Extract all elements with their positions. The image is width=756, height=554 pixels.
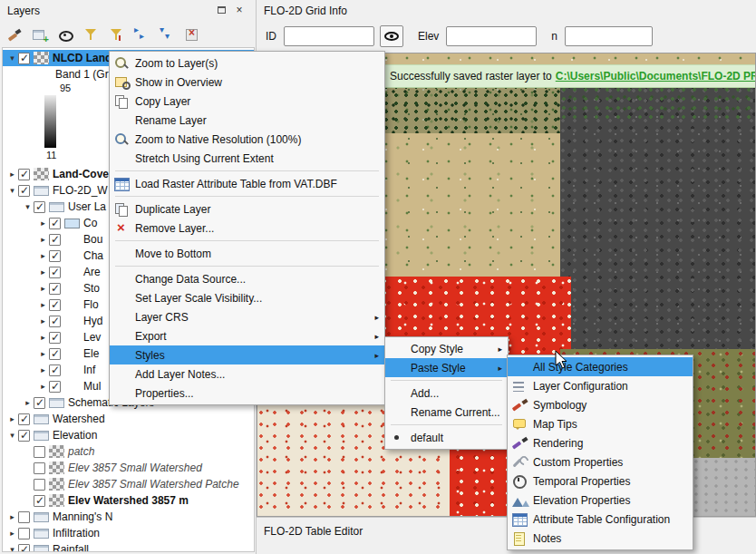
layer-tree-row-elev-watershed-3857-m[interactable]: Elev Watershed 3857 m: [3, 492, 254, 509]
expander-icon[interactable]: [6, 512, 18, 521]
n-input[interactable]: [565, 26, 653, 46]
menu-item-custom-properties[interactable]: Custom Properties: [508, 452, 693, 471]
expand-all-button[interactable]: [131, 24, 152, 44]
menu-item-default[interactable]: default: [385, 428, 508, 447]
layer-checkbox[interactable]: [34, 462, 45, 474]
layer-checkbox[interactable]: [34, 479, 45, 491]
menu-item-rename-current[interactable]: Rename Current...: [385, 403, 508, 422]
panel-float-icon[interactable]: [214, 5, 228, 17]
expander-icon[interactable]: [6, 53, 18, 63]
menu-item-zoom-to-native-resolution-100[interactable]: Zoom to Native Resolution (100%): [110, 130, 384, 149]
menu-item-symbology[interactable]: Symbology: [508, 395, 693, 414]
show-grid-button[interactable]: [380, 25, 403, 47]
expander-icon[interactable]: [37, 267, 49, 277]
filter-by-expression-button[interactable]: [105, 24, 127, 44]
expander-icon[interactable]: [37, 382, 49, 391]
menu-item-rename-layer[interactable]: Rename Layer: [110, 111, 384, 130]
menu-item-layer-configuration[interactable]: Layer Configuration: [508, 376, 693, 395]
id-input[interactable]: [284, 26, 374, 46]
menu-item-copy-style[interactable]: Copy Style: [385, 339, 508, 358]
layer-tree-row-infiltration[interactable]: Infiltration: [3, 525, 254, 541]
layer-checkbox[interactable]: [49, 283, 61, 295]
layer-tree-row-patch[interactable]: patch: [3, 443, 254, 460]
layer-tree-row-watershed[interactable]: Watershed: [3, 411, 254, 427]
menu-item-add[interactable]: Add...: [385, 384, 508, 403]
layer-tree-row-elevation[interactable]: Elevation: [3, 427, 254, 443]
layer-checkbox[interactable]: [34, 495, 45, 507]
expander-icon[interactable]: [22, 398, 34, 407]
expander-icon[interactable]: [6, 186, 18, 195]
menu-item-elevation-properties[interactable]: Elevation Properties: [508, 491, 693, 510]
layer-checkbox[interactable]: [34, 446, 45, 458]
expander-icon[interactable]: [6, 431, 18, 440]
layer-checkbox[interactable]: [49, 234, 61, 246]
menu-item-copy-layer[interactable]: Copy Layer: [110, 92, 384, 111]
collapse-all-button[interactable]: [156, 24, 178, 44]
layer-checkbox[interactable]: [18, 53, 30, 64]
expander-icon[interactable]: [6, 414, 18, 423]
layer-checkbox[interactable]: [49, 332, 61, 344]
layer-checkbox[interactable]: [49, 267, 61, 278]
menu-item-notes[interactable]: Notes: [508, 529, 693, 548]
menu-item-move-to-bottom[interactable]: Move to Bottom: [110, 244, 384, 263]
manage-map-themes-button[interactable]: [54, 24, 76, 44]
menu-item-remove-layer[interactable]: Remove Layer...: [110, 219, 384, 238]
layer-checkbox[interactable]: [49, 218, 61, 229]
layer-checkbox[interactable]: [18, 430, 30, 442]
menu-item-paste-style[interactable]: Paste Style: [385, 358, 508, 377]
layer-checkbox[interactable]: [49, 316, 61, 327]
layer-checkbox[interactable]: [18, 528, 30, 539]
menu-item-load-raster-attribute-table-from-vat-dbf[interactable]: Load Raster Attribute Table from VAT.DBF: [110, 174, 384, 193]
layer-checkbox[interactable]: [18, 544, 30, 553]
menu-item-duplicate-layer[interactable]: Duplicate Layer: [110, 199, 384, 219]
layer-checkbox[interactable]: [18, 413, 30, 425]
add-group-button[interactable]: [29, 24, 51, 44]
expander-icon[interactable]: [37, 235, 49, 244]
layer-checkbox[interactable]: [18, 185, 30, 197]
menu-item-stretch-using-current-extent[interactable]: Stretch Using Current Extent: [110, 149, 384, 168]
layer-checkbox[interactable]: [34, 397, 45, 409]
layer-tree-row-elev-3857-small-watershed[interactable]: Elev 3857 Small Watershed: [3, 460, 254, 476]
menu-item-styles[interactable]: Styles: [110, 345, 384, 364]
expander-icon[interactable]: [37, 333, 49, 342]
layer-checkbox[interactable]: [49, 348, 61, 360]
layer-tree-row-rainfall[interactable]: Rainfall: [3, 541, 254, 552]
expander-icon[interactable]: [6, 170, 18, 179]
expander-icon[interactable]: [6, 545, 18, 552]
message-path-link[interactable]: C:\Users\Public\Documents\FLO-2D PRO Doc…: [556, 70, 755, 83]
expander-icon[interactable]: [6, 529, 18, 538]
elev-input[interactable]: [446, 26, 537, 46]
menu-item-properties[interactable]: Properties...: [110, 384, 384, 403]
layer-checkbox[interactable]: [18, 511, 30, 523]
menu-item-layer-crs[interactable]: Layer CRS: [110, 307, 384, 326]
layer-tree-row-manning-s-n[interactable]: Manning's N: [3, 509, 254, 525]
expander-icon[interactable]: [37, 300, 49, 309]
menu-item-map-tips[interactable]: Map Tips: [508, 414, 693, 433]
menu-item-export[interactable]: Export: [110, 326, 384, 345]
menu-item-change-data-source[interactable]: Change Data Source...: [110, 269, 384, 288]
layer-checkbox[interactable]: [18, 169, 30, 180]
layer-checkbox[interactable]: [49, 364, 61, 376]
open-layer-styling-button[interactable]: [4, 24, 25, 44]
expander-icon[interactable]: [37, 251, 49, 260]
expander-icon[interactable]: [37, 284, 49, 293]
expander-icon[interactable]: [37, 365, 49, 374]
expander-icon[interactable]: [37, 349, 49, 358]
expander-icon[interactable]: [22, 202, 34, 211]
menu-item-attribute-table-configuration[interactable]: Attribute Table Configuration: [508, 510, 693, 529]
expander-icon[interactable]: [37, 316, 49, 326]
layer-checkbox[interactable]: [49, 250, 61, 262]
menu-item-temporal-properties[interactable]: Temporal Properties: [508, 471, 693, 491]
menu-item-rendering[interactable]: Rendering: [508, 433, 693, 452]
menu-item-set-layer-scale-visibility[interactable]: Set Layer Scale Visibility...: [110, 288, 384, 307]
menu-item-all-style-categories[interactable]: All Style Categories: [508, 357, 693, 376]
layer-checkbox[interactable]: [49, 381, 61, 393]
menu-item-zoom-to-layer-s[interactable]: Zoom to Layer(s): [110, 53, 384, 73]
layer-checkbox[interactable]: [34, 201, 45, 213]
menu-item-show-in-overview[interactable]: Show in Overview: [110, 73, 384, 92]
layer-checkbox[interactable]: [49, 299, 61, 311]
expander-icon[interactable]: [37, 219, 49, 228]
filter-legend-button[interactable]: [80, 24, 102, 44]
remove-layer-group-button[interactable]: [181, 24, 203, 44]
panel-close-icon[interactable]: ×: [232, 5, 247, 17]
